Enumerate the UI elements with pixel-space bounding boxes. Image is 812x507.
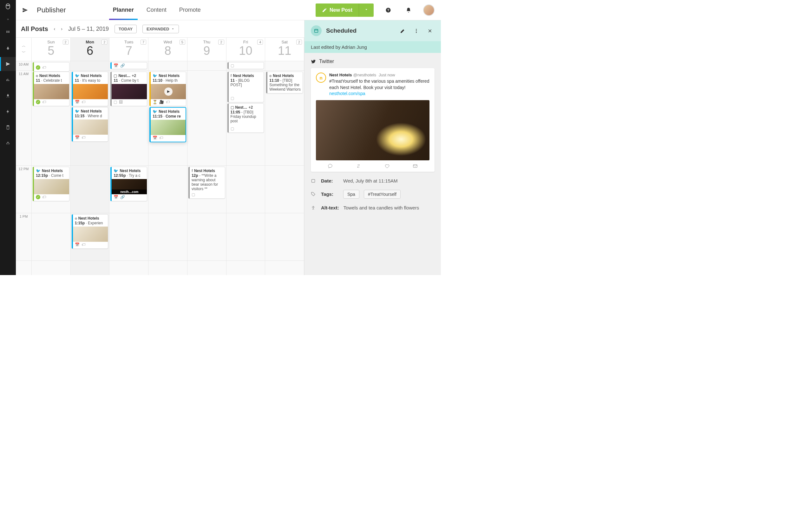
tag-icon: 🏷 bbox=[42, 195, 46, 199]
post-card[interactable]: ▢Nest… +2 11 · Come by t ▢🖼 bbox=[110, 72, 147, 106]
day-headers: ︿﹀ Sun52 Mon62 Tues77 Wed85 Thu92 Fri104… bbox=[16, 38, 304, 61]
post-card[interactable]: ⌾Nest Hotels 11:10 - [TBD] Something for… bbox=[266, 72, 303, 94]
tab-content[interactable]: Content bbox=[147, 0, 166, 20]
post-card[interactable]: fNest Hotels 12p - **Write a warning abo… bbox=[189, 167, 225, 199]
svg-rect-6 bbox=[413, 164, 417, 167]
post-card-selected[interactable]: 🐦Nest Hotels 11:15 · Come re 📅🏷 bbox=[149, 107, 186, 142]
tag-icon: 🏷 bbox=[42, 100, 46, 104]
post-card[interactable]: 🐦Nest Hotels 11:10 · Help th ▶ ⏳🎥🏷 bbox=[149, 72, 186, 106]
nav-analytics[interactable] bbox=[0, 73, 16, 87]
draft-icon: ▢ bbox=[231, 105, 234, 110]
new-post-button-group: New Post bbox=[316, 3, 374, 17]
close-icon[interactable] bbox=[425, 28, 435, 34]
edit-icon[interactable] bbox=[398, 28, 407, 34]
nav-inbox[interactable] bbox=[0, 41, 16, 55]
nav-rocket[interactable] bbox=[0, 89, 16, 103]
post-card[interactable]: 🐦Nest Hotels 11:15 · Where d 📅🏷 bbox=[72, 107, 108, 142]
owl-logo-icon bbox=[5, 3, 11, 9]
draft-icon: ▢ bbox=[231, 126, 234, 131]
message-icon[interactable] bbox=[413, 164, 418, 169]
post-card[interactable]: ▢ bbox=[227, 62, 264, 69]
next-week-icon[interactable]: › bbox=[61, 26, 62, 32]
nav-streams[interactable] bbox=[0, 25, 16, 39]
check-icon: ✓ bbox=[36, 65, 40, 70]
tab-promote[interactable]: Promote bbox=[179, 0, 201, 20]
left-nav: » bbox=[0, 0, 16, 275]
date-range: Jul 5 – 11, 2019 bbox=[68, 26, 109, 32]
time-12pm: 12 PM bbox=[16, 166, 32, 213]
instagram-icon: ⌾ bbox=[269, 73, 271, 78]
view-expanded-dropdown[interactable]: EXPANDED bbox=[142, 25, 179, 33]
day-sun: Sun52 bbox=[32, 38, 71, 61]
help-icon[interactable]: ? bbox=[383, 4, 394, 16]
page-title: Publisher bbox=[37, 6, 66, 14]
accessibility-icon bbox=[311, 205, 316, 210]
post-card[interactable]: ▢Nest… +2 11:05 - [TBD] Friday roundup p… bbox=[227, 103, 264, 133]
draft-icon: ▢ bbox=[113, 100, 117, 104]
svg-point-5 bbox=[416, 32, 417, 33]
tag-icon: 🏷 bbox=[159, 135, 163, 140]
twitter-icon: 🐦 bbox=[36, 169, 41, 173]
post-card[interactable]: 🐦Nest Hotels 12:15p · Come t ✓🏷 bbox=[33, 167, 69, 201]
tab-planner[interactable]: Planner bbox=[113, 0, 134, 20]
tag-icon: 🏷 bbox=[82, 135, 85, 140]
calendar: All Posts ‹› Jul 5 – 11, 2019 TODAY EXPA… bbox=[16, 20, 305, 275]
user-avatar[interactable] bbox=[423, 4, 435, 16]
new-post-dropdown[interactable] bbox=[359, 3, 374, 17]
twitter-icon: 🐦 bbox=[153, 109, 157, 114]
draft-icon: ▢ bbox=[192, 192, 195, 197]
day-mon: Mon62 bbox=[71, 38, 110, 61]
hourglass-icon: ⏳ bbox=[153, 100, 157, 104]
reply-icon[interactable] bbox=[328, 164, 333, 169]
filter-all-posts[interactable]: All Posts bbox=[21, 25, 48, 33]
expand-sidebar-icon[interactable]: » bbox=[7, 17, 9, 21]
post-card[interactable]: ⌾Nest Hotels 11 · Celebrate t ✓🏷 bbox=[33, 72, 69, 106]
retweet-icon[interactable] bbox=[356, 164, 361, 169]
publisher-icon bbox=[22, 7, 28, 13]
svg-rect-2 bbox=[315, 29, 318, 32]
nav-bolt[interactable] bbox=[0, 105, 16, 118]
link-icon: 🔗 bbox=[120, 195, 125, 199]
twitter-icon: 🐦 bbox=[75, 109, 80, 113]
day-sat: Sat112 bbox=[265, 38, 304, 61]
nav-publisher[interactable] bbox=[0, 57, 16, 71]
new-post-button[interactable]: New Post bbox=[316, 3, 359, 17]
calendar-icon: 📅 bbox=[113, 63, 118, 68]
post-card[interactable]: ✓🏷 bbox=[33, 62, 69, 72]
prev-week-icon[interactable]: ‹ bbox=[54, 26, 55, 32]
post-card[interactable]: 🐦Nest Hotels 12:55p · Try a c nesth…com … bbox=[110, 167, 147, 201]
tweet-text: #TreatYourself to the various spa amenit… bbox=[329, 78, 429, 97]
notifications-icon[interactable] bbox=[403, 4, 414, 16]
link-icon: 🔗 bbox=[120, 63, 125, 68]
day-tue: Tues77 bbox=[109, 38, 148, 61]
more-icon[interactable] bbox=[412, 28, 421, 34]
post-card[interactable]: ⌾Nest Hotels 1:15p · Experien 📅🏷 bbox=[72, 214, 108, 249]
tag-icon: 🏷 bbox=[82, 242, 85, 247]
check-icon: ✓ bbox=[36, 100, 40, 104]
post-card[interactable]: 🐦Nest Hotels 11 · It's easy to 📅🏷 bbox=[72, 72, 108, 106]
image-icon: 🖼 bbox=[119, 100, 123, 104]
time-11am: 11 AM bbox=[16, 71, 32, 166]
instagram-icon: ⌾ bbox=[75, 216, 77, 221]
svg-text:?: ? bbox=[387, 8, 389, 12]
scroll-up-icon[interactable]: ︿ bbox=[22, 43, 26, 49]
scroll-down-icon[interactable]: ﹀ bbox=[22, 50, 26, 55]
svg-point-8 bbox=[313, 206, 314, 207]
last-edited: Last edited by Adrian Jung bbox=[305, 41, 441, 53]
draft-icon: ▢ bbox=[113, 73, 117, 78]
day-fri: Fri104 bbox=[226, 38, 265, 61]
play-icon: ▶ bbox=[164, 88, 172, 96]
calendar-icon: 📅 bbox=[113, 195, 118, 199]
like-icon[interactable] bbox=[385, 164, 390, 169]
today-button[interactable]: TODAY bbox=[114, 25, 137, 33]
check-icon: ✓ bbox=[36, 195, 40, 199]
svg-point-4 bbox=[416, 31, 417, 32]
day-wed: Wed85 bbox=[148, 38, 188, 61]
nav-assignments[interactable] bbox=[0, 120, 16, 134]
twitter-icon: 🐦 bbox=[153, 73, 157, 78]
post-card[interactable]: fNest Hotels 11 - [BLOG POST] ▢ bbox=[227, 72, 264, 102]
instagram-icon: ⌾ bbox=[36, 73, 38, 78]
post-card[interactable]: 📅🔗 bbox=[110, 62, 147, 69]
time-10am: 10 AM bbox=[16, 61, 32, 71]
nav-apps[interactable] bbox=[0, 136, 16, 150]
